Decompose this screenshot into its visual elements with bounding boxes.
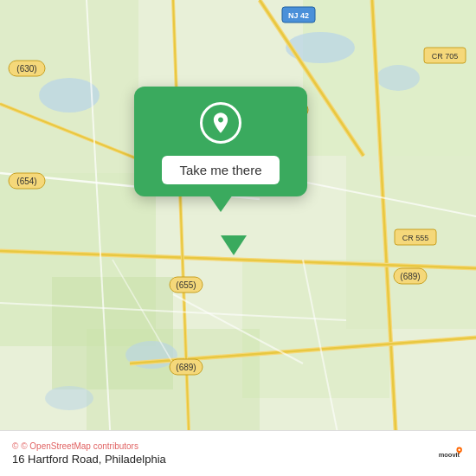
svg-text:(630): (630) — [16, 64, 36, 74]
svg-text:(655): (655) — [176, 280, 196, 290]
svg-text:CR 555: CR 555 — [402, 234, 429, 242]
svg-text:(654): (654) — [16, 177, 36, 186]
svg-point-9 — [286, 32, 355, 63]
map-background: (630) (654) NJ 42 CR 705 (655) CR 555 (6… — [0, 0, 476, 476]
location-icon — [200, 102, 241, 144]
svg-text:(689): (689) — [176, 363, 196, 372]
svg-text:moovit: moovit — [439, 451, 460, 459]
attribution-text: © OpenStreetMap contributors — [21, 441, 138, 451]
moovit-icon: moovit — [436, 440, 464, 467]
svg-point-10 — [376, 65, 420, 91]
moovit-logo: moovit — [436, 440, 464, 467]
svg-text:CR 705: CR 705 — [432, 52, 459, 61]
svg-text:NJ 42: NJ 42 — [288, 11, 309, 20]
svg-text:(689): (689) — [400, 272, 420, 281]
svg-rect-7 — [87, 329, 260, 441]
copyright-symbol: © — [12, 441, 18, 451]
address-line: 16 Hartford Road, Philadelphia — [12, 453, 166, 466]
map-container: (630) (654) NJ 42 CR 705 (655) CR 555 (6… — [0, 0, 476, 476]
popup-card: Take me there — [134, 87, 307, 196]
svg-point-55 — [458, 448, 460, 451]
attribution: © © OpenStreetMap contributors — [12, 441, 166, 451]
take-me-there-button[interactable]: Take me there — [162, 156, 279, 184]
bottom-bar: © © OpenStreetMap contributors 16 Hartfo… — [0, 430, 476, 476]
svg-point-12 — [45, 386, 93, 410]
